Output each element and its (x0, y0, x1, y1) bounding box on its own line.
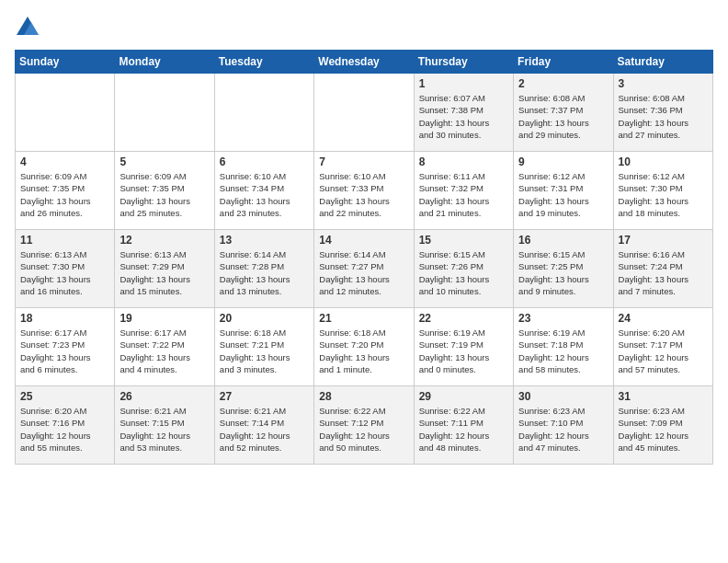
calendar-cell: 26Sunrise: 6:21 AM Sunset: 7:15 PM Dayli… (115, 386, 214, 465)
calendar-cell: 9Sunrise: 6:12 AM Sunset: 7:31 PM Daylig… (514, 152, 613, 230)
day-number: 6 (220, 155, 309, 168)
day-number: 11 (20, 234, 109, 247)
calendar-cell: 23Sunrise: 6:19 AM Sunset: 7:18 PM Dayli… (514, 308, 613, 386)
calendar-week-row: 4Sunrise: 6:09 AM Sunset: 7:35 PM Daylig… (16, 152, 713, 230)
calendar-week-row: 25Sunrise: 6:20 AM Sunset: 7:16 PM Dayli… (16, 386, 713, 465)
day-number: 18 (20, 312, 109, 325)
day-info: Sunrise: 6:20 AM Sunset: 7:17 PM Dayligh… (619, 327, 708, 375)
day-number: 8 (419, 155, 508, 168)
day-info: Sunrise: 6:10 AM Sunset: 7:34 PM Dayligh… (220, 170, 309, 219)
day-info: Sunrise: 6:19 AM Sunset: 7:19 PM Dayligh… (419, 327, 508, 375)
day-info: Sunrise: 6:19 AM Sunset: 7:18 PM Dayligh… (518, 327, 608, 375)
calendar-cell: 12Sunrise: 6:13 AM Sunset: 7:29 PM Dayli… (115, 230, 214, 308)
calendar-cell: 29Sunrise: 6:22 AM Sunset: 7:11 PM Dayli… (414, 386, 513, 465)
calendar-cell: 8Sunrise: 6:11 AM Sunset: 7:32 PM Daylig… (414, 152, 513, 230)
calendar-cell: 27Sunrise: 6:21 AM Sunset: 7:14 PM Dayli… (214, 386, 313, 465)
day-number: 17 (619, 234, 708, 247)
calendar-cell: 15Sunrise: 6:15 AM Sunset: 7:26 PM Dayli… (414, 230, 513, 308)
calendar-cell: 10Sunrise: 6:12 AM Sunset: 7:30 PM Dayli… (613, 152, 712, 230)
day-number: 26 (119, 390, 209, 403)
day-info: Sunrise: 6:23 AM Sunset: 7:10 PM Dayligh… (518, 405, 608, 454)
day-number: 27 (220, 390, 309, 403)
calendar-week-row: 1Sunrise: 6:07 AM Sunset: 7:38 PM Daylig… (16, 74, 713, 152)
day-info: Sunrise: 6:13 AM Sunset: 7:29 PM Dayligh… (119, 248, 209, 297)
day-number: 28 (319, 390, 408, 403)
day-number: 25 (20, 390, 109, 403)
day-number: 5 (119, 155, 209, 168)
day-number: 19 (119, 312, 209, 325)
calendar-cell: 20Sunrise: 6:18 AM Sunset: 7:21 PM Dayli… (214, 308, 313, 386)
page-header (15, 15, 713, 40)
day-info: Sunrise: 6:16 AM Sunset: 7:24 PM Dayligh… (619, 248, 708, 297)
calendar-cell (214, 74, 313, 152)
day-info: Sunrise: 6:11 AM Sunset: 7:32 PM Dayligh… (419, 170, 508, 219)
day-info: Sunrise: 6:23 AM Sunset: 7:09 PM Dayligh… (619, 405, 708, 454)
day-number: 24 (619, 312, 708, 325)
day-number: 20 (220, 312, 309, 325)
day-number: 9 (518, 155, 608, 168)
day-info: Sunrise: 6:09 AM Sunset: 7:35 PM Dayligh… (20, 170, 109, 219)
day-info: Sunrise: 6:17 AM Sunset: 7:22 PM Dayligh… (119, 327, 209, 375)
weekday-header: Thursday (414, 51, 513, 74)
day-info: Sunrise: 6:13 AM Sunset: 7:30 PM Dayligh… (20, 248, 109, 297)
day-info: Sunrise: 6:14 AM Sunset: 7:27 PM Dayligh… (319, 248, 408, 297)
calendar-cell: 14Sunrise: 6:14 AM Sunset: 7:27 PM Dayli… (314, 230, 414, 308)
day-info: Sunrise: 6:22 AM Sunset: 7:12 PM Dayligh… (319, 405, 408, 454)
day-info: Sunrise: 6:18 AM Sunset: 7:21 PM Dayligh… (220, 327, 309, 375)
day-info: Sunrise: 6:21 AM Sunset: 7:14 PM Dayligh… (220, 405, 309, 454)
calendar-cell: 19Sunrise: 6:17 AM Sunset: 7:22 PM Dayli… (115, 308, 214, 386)
day-info: Sunrise: 6:14 AM Sunset: 7:28 PM Dayligh… (220, 248, 309, 297)
calendar-cell: 25Sunrise: 6:20 AM Sunset: 7:16 PM Dayli… (16, 386, 115, 465)
calendar-week-row: 11Sunrise: 6:13 AM Sunset: 7:30 PM Dayli… (16, 230, 713, 308)
day-number: 16 (518, 234, 608, 247)
logo (15, 15, 44, 40)
calendar-week-row: 18Sunrise: 6:17 AM Sunset: 7:23 PM Dayli… (16, 308, 713, 386)
weekday-header: Friday (514, 51, 613, 74)
weekday-header: Monday (115, 51, 214, 74)
calendar-cell: 2Sunrise: 6:08 AM Sunset: 7:37 PM Daylig… (514, 74, 613, 152)
day-info: Sunrise: 6:12 AM Sunset: 7:30 PM Dayligh… (619, 170, 708, 219)
calendar-cell: 6Sunrise: 6:10 AM Sunset: 7:34 PM Daylig… (214, 152, 313, 230)
calendar-cell (314, 74, 414, 152)
day-number: 23 (518, 312, 608, 325)
calendar-cell: 21Sunrise: 6:18 AM Sunset: 7:20 PM Dayli… (314, 308, 414, 386)
calendar-cell: 28Sunrise: 6:22 AM Sunset: 7:12 PM Dayli… (314, 386, 414, 465)
calendar-header: SundayMondayTuesdayWednesdayThursdayFrid… (16, 51, 713, 74)
day-number: 14 (319, 234, 408, 247)
day-number: 7 (319, 155, 408, 168)
day-number: 29 (419, 390, 508, 403)
calendar-cell: 1Sunrise: 6:07 AM Sunset: 7:38 PM Daylig… (414, 74, 513, 152)
calendar-cell: 18Sunrise: 6:17 AM Sunset: 7:23 PM Dayli… (16, 308, 115, 386)
calendar-cell: 16Sunrise: 6:15 AM Sunset: 7:25 PM Dayli… (514, 230, 613, 308)
calendar-cell: 4Sunrise: 6:09 AM Sunset: 7:35 PM Daylig… (16, 152, 115, 230)
day-number: 4 (20, 155, 109, 168)
day-info: Sunrise: 6:08 AM Sunset: 7:36 PM Dayligh… (619, 92, 708, 141)
day-info: Sunrise: 6:18 AM Sunset: 7:20 PM Dayligh… (319, 327, 408, 375)
day-info: Sunrise: 6:22 AM Sunset: 7:11 PM Dayligh… (419, 405, 508, 454)
day-number: 31 (619, 390, 708, 403)
logo-icon (15, 15, 40, 40)
day-info: Sunrise: 6:07 AM Sunset: 7:38 PM Dayligh… (419, 92, 508, 141)
day-info: Sunrise: 6:17 AM Sunset: 7:23 PM Dayligh… (20, 327, 109, 375)
day-number: 3 (619, 77, 708, 90)
day-info: Sunrise: 6:08 AM Sunset: 7:37 PM Dayligh… (518, 92, 608, 141)
calendar-cell: 3Sunrise: 6:08 AM Sunset: 7:36 PM Daylig… (613, 74, 712, 152)
day-info: Sunrise: 6:20 AM Sunset: 7:16 PM Dayligh… (20, 405, 109, 454)
day-number: 30 (518, 390, 608, 403)
day-number: 22 (419, 312, 508, 325)
day-info: Sunrise: 6:10 AM Sunset: 7:33 PM Dayligh… (319, 170, 408, 219)
calendar-table: SundayMondayTuesdayWednesdayThursdayFrid… (15, 50, 713, 465)
day-info: Sunrise: 6:12 AM Sunset: 7:31 PM Dayligh… (518, 170, 608, 219)
calendar-cell: 5Sunrise: 6:09 AM Sunset: 7:35 PM Daylig… (115, 152, 214, 230)
weekday-header: Tuesday (214, 51, 313, 74)
day-info: Sunrise: 6:21 AM Sunset: 7:15 PM Dayligh… (119, 405, 209, 454)
calendar-cell: 13Sunrise: 6:14 AM Sunset: 7:28 PM Dayli… (214, 230, 313, 308)
day-info: Sunrise: 6:09 AM Sunset: 7:35 PM Dayligh… (119, 170, 209, 219)
day-number: 1 (419, 77, 508, 90)
day-number: 13 (220, 234, 309, 247)
weekday-header: Wednesday (314, 51, 414, 74)
calendar-cell: 17Sunrise: 6:16 AM Sunset: 7:24 PM Dayli… (613, 230, 712, 308)
calendar-body: 1Sunrise: 6:07 AM Sunset: 7:38 PM Daylig… (16, 74, 713, 465)
calendar-cell: 24Sunrise: 6:20 AM Sunset: 7:17 PM Dayli… (613, 308, 712, 386)
calendar-cell (115, 74, 214, 152)
